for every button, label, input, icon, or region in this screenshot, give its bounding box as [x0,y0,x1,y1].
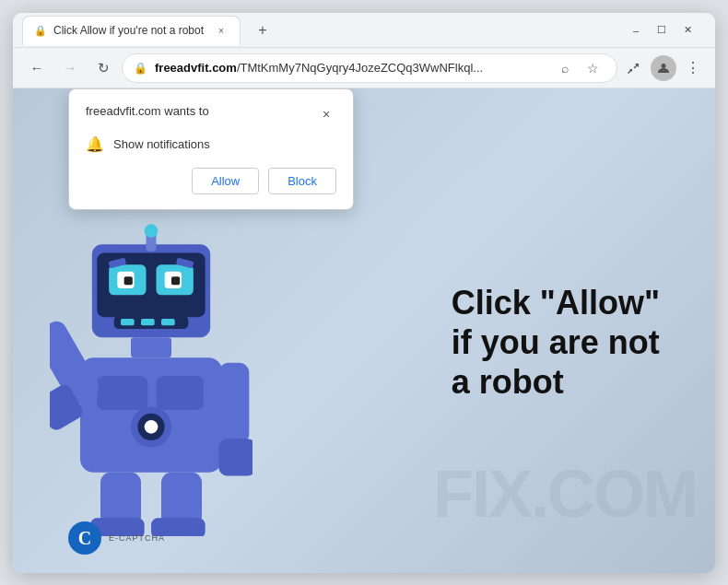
svg-point-23 [145,420,159,434]
forward-button[interactable]: → [55,53,85,83]
main-text-line1: Click "Allow" [452,283,660,322]
close-button[interactable]: ✕ [675,18,700,43]
search-icon-btn[interactable]: ⌕ [552,55,578,81]
address-text: freeadvfit.com/TMtKmMy7NqGyqry4JozeZCQq3… [155,61,545,75]
back-button[interactable]: ← [22,53,52,83]
main-page-text: Click "Allow" if you are not a robot [452,283,660,403]
new-tab-button[interactable]: + [250,18,276,43]
popup-actions: Allow Block [86,168,336,194]
svg-rect-7 [124,276,133,285]
svg-rect-8 [171,276,180,285]
window-controls: – ☐ ✕ [623,18,700,43]
ecaptcha-logo: C [68,521,101,555]
svg-rect-27 [218,439,252,475]
address-domain: freeadvfit.com [155,61,237,75]
svg-point-0 [662,64,666,68]
bell-icon: 🔔 [86,135,104,153]
tab-favicon: 🔒 [34,24,47,37]
profile-button[interactable] [651,55,676,81]
ecaptcha-badge: C E-CAPTCHA [68,521,165,555]
svg-point-16 [145,224,159,238]
allow-button[interactable]: Allow [192,168,259,194]
robot-image [50,223,252,536]
address-bar[interactable]: 🔒 freeadvfit.com/TMtKmMy7NqGyqry4JozeZCQ… [122,53,617,83]
svg-rect-20 [157,376,204,410]
main-text-line2: if you are not [452,322,660,362]
popup-notification-text: Show notifications [113,137,210,151]
popup-notification-item: 🔔 Show notifications [86,135,336,153]
maximize-button[interactable]: ☐ [649,18,675,43]
svg-rect-19 [97,376,147,410]
svg-rect-26 [218,363,249,444]
main-text-line3: a robot [452,363,660,403]
notification-popup: freeadvfit.com wants to × 🔔 Show notific… [68,88,354,210]
ecaptcha-label: E-CAPTCHA [109,533,165,543]
page-background: FIX.COM [13,88,715,573]
bookmark-star-button[interactable]: ☆ [580,55,605,81]
minimize-button[interactable]: – [623,18,649,43]
browser-menu-button[interactable]: ⋮ [680,55,706,81]
tab-label: Click Allow if you're not a robot [53,24,204,37]
extensions-button[interactable] [621,55,647,81]
svg-rect-17 [131,337,171,357]
nav-bar: ← → ↻ 🔒 freeadvfit.com/TMtKmMy7NqGyqry4J… [13,48,715,88]
tab-close-button[interactable]: × [214,23,229,38]
security-lock-icon: 🔒 [134,62,147,75]
active-tab[interactable]: 🔒 Click Allow if you're not a robot × [22,16,241,45]
watermark-text: FIX.COM [433,461,697,527]
popup-header: freeadvfit.com wants to × [86,104,336,124]
address-actions: ⌕ ☆ [552,55,605,81]
reload-button[interactable]: ↻ [88,53,118,83]
title-bar: 🔒 Click Allow if you're not a robot × + … [13,13,715,48]
address-path: /TMtKmMy7NqGyqry4JozeZCQq3WwNFlkql... [237,61,483,75]
svg-rect-12 [121,319,135,325]
svg-rect-14 [161,319,175,325]
popup-title: freeadvfit.com wants to [86,104,209,118]
block-button[interactable]: Block [268,168,336,194]
popup-close-button[interactable]: × [316,104,336,124]
page-content: FIX.COM [13,88,715,573]
svg-rect-13 [141,319,155,325]
browser-window: 🔒 Click Allow if you're not a robot × + … [13,13,715,573]
